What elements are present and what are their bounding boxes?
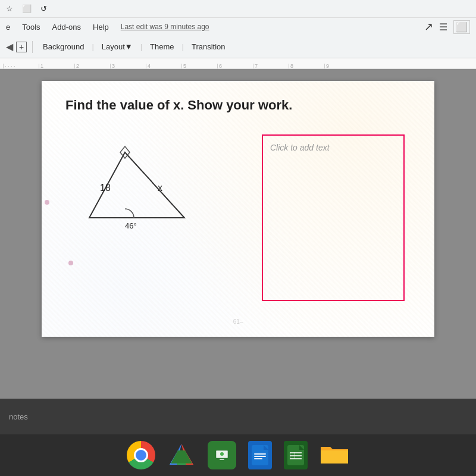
docs-icon-svg — [252, 445, 268, 465]
layout-button[interactable]: Layout▼ — [97, 40, 137, 54]
background-button[interactable]: Background — [38, 40, 89, 54]
taskbar-folder-icon[interactable] — [320, 441, 349, 469]
menu-bar: e Tools Add-ons Help Last edit was 9 min… — [0, 18, 476, 36]
ruler-mark-8: 8 — [289, 64, 324, 68]
taskbar — [0, 434, 476, 476]
presentation-toolbar: ◀ + Background | Layout▼ | Theme | Trans… — [0, 36, 476, 58]
square-icon[interactable]: ⬜ — [22, 4, 32, 13]
taskbar-sheets-icon[interactable] — [284, 441, 308, 469]
toolbar-separator-1 — [32, 41, 33, 53]
ruler-mark-9: 9 — [324, 64, 360, 68]
toolbar-separator-4: | — [182, 42, 184, 51]
ruler-mark-4: 4 — [146, 64, 181, 68]
toolbar-separator-3: | — [140, 42, 142, 51]
classroom-icon-svg — [214, 447, 230, 464]
chrome-icon — [127, 441, 155, 469]
svg-point-12 — [220, 452, 224, 456]
main-content-area: Find the value of x. Show your work. 18 — [0, 69, 476, 434]
trending-icon: ↗ — [424, 20, 433, 33]
svg-rect-22 — [290, 455, 302, 456]
star-icon[interactable]: ☆ — [6, 4, 13, 13]
system-top-bar: ☆ ⬜ ↺ — [0, 0, 476, 18]
refresh-icon[interactable]: ↺ — [40, 4, 47, 13]
taskbar-docs-icon[interactable] — [248, 441, 272, 469]
slide-watermark: 61– — [233, 318, 243, 325]
svg-rect-18 — [254, 458, 262, 459]
taskbar-classroom-icon[interactable] — [208, 441, 236, 469]
angle-label-46: 46° — [125, 221, 137, 230]
square-btn-icon[interactable]: ⬜ — [453, 20, 470, 34]
last-edit-text: Last edit was 9 minutes ago — [121, 23, 209, 31]
side-label-x: x — [158, 183, 162, 193]
menu-item-e[interactable]: e — [6, 23, 10, 32]
ruler-marks: · · · · 1 2 3 4 5 6 7 8 9 — [3, 64, 473, 68]
ruler-mark-dots: · · · · — [3, 64, 39, 68]
speaker-notes-area[interactable]: notes — [0, 399, 476, 434]
drive-icon-svg — [168, 442, 195, 468]
theme-button[interactable]: Theme — [145, 40, 178, 54]
placeholder-text: Click to add text — [270, 143, 330, 152]
ruler-mark-5: 5 — [181, 64, 217, 68]
menu-item-addons[interactable]: Add-ons — [52, 23, 81, 32]
svg-rect-25 — [295, 452, 295, 459]
ruler-mark-7: 7 — [253, 64, 289, 68]
ruler-mark-3: 3 — [110, 64, 146, 68]
ruler-mark-6: 6 — [217, 64, 253, 68]
svg-rect-21 — [290, 452, 302, 453]
sheets-icon-svg — [287, 445, 304, 465]
menu-item-help[interactable]: Help — [93, 23, 109, 32]
svg-rect-17 — [254, 456, 266, 457]
triangle-diagram: 18 x 46° — [77, 134, 208, 236]
taskbar-drive-icon[interactable] — [167, 441, 196, 469]
ruler-mark-1: 1 — [39, 64, 74, 68]
list-icon[interactable]: ☰ — [439, 21, 447, 33]
triangle-svg: 18 x 46° — [77, 134, 196, 230]
angle-arc — [125, 209, 134, 218]
svg-rect-24 — [290, 452, 290, 459]
toolbar-separator-2: | — [92, 42, 93, 51]
slide-container[interactable]: Find the value of x. Show your work. 18 — [0, 69, 476, 434]
svg-rect-13 — [220, 459, 224, 460]
menu-right-icons: ↗ ☰ ⬜ — [424, 20, 470, 34]
presentation-slide[interactable]: Find the value of x. Show your work. 18 — [42, 81, 434, 337]
ruler-mark-2: 2 — [74, 64, 110, 68]
side-label-18: 18 — [100, 183, 111, 193]
folder-icon-svg — [320, 441, 349, 467]
transition-button[interactable]: Transition — [187, 40, 230, 54]
slide-dot-left — [45, 200, 49, 205]
svg-rect-23 — [290, 458, 302, 459]
svg-rect-16 — [254, 453, 266, 455]
back-arrow-icon[interactable]: ◀ — [6, 41, 13, 52]
slide-dot-bottom — [68, 261, 73, 265]
ruler: · · · · 1 2 3 4 5 6 7 8 9 — [0, 58, 476, 69]
layout-dropdown-arrow: ▼ — [125, 42, 133, 51]
svg-marker-8 — [171, 450, 192, 464]
notes-label: notes — [9, 412, 28, 421]
text-placeholder-box[interactable]: Click to add text — [262, 134, 405, 301]
menu-item-tools[interactable]: Tools — [22, 23, 40, 32]
taskbar-chrome-icon[interactable] — [127, 441, 155, 469]
add-slide-button[interactable]: + — [16, 42, 27, 52]
slide-question-text[interactable]: Find the value of x. Show your work. — [65, 98, 292, 113]
